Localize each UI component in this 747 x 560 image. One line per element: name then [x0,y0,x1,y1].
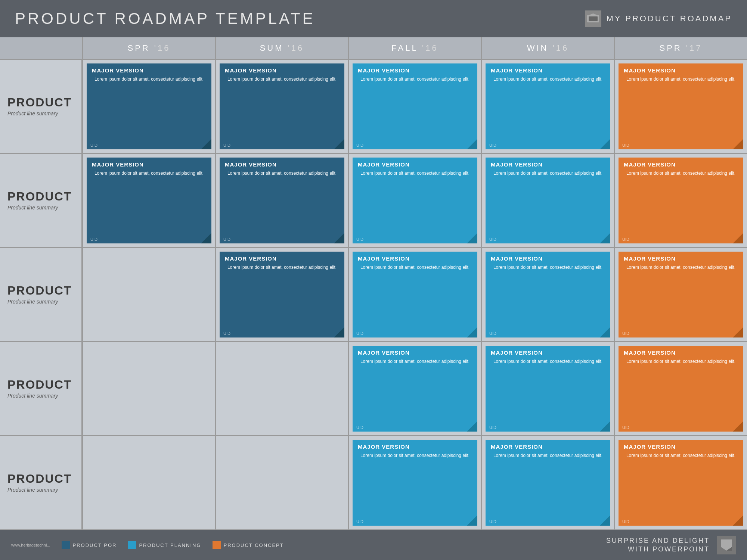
card-title: MAJOR VERSION [225,161,339,168]
svg-marker-2 [589,13,597,15]
card-body: Lorem ipsum dolor sit amet, consectetur … [225,170,339,236]
card-uid: UID [223,331,230,336]
version-card: MAJOR VERSION Lorem ipsum dolor sit amet… [619,158,743,243]
card-title: MAJOR VERSION [491,67,605,74]
col-header-year: '16 [288,43,304,53]
card-corner [733,139,743,149]
card-body: Lorem ipsum dolor sit amet, consectetur … [225,76,339,142]
main-container: PRODUCT ROADMAP TEMPLATE MY PRODUCT ROAD… [0,0,747,560]
version-card: MAJOR VERSION Lorem ipsum dolor sit amet… [619,252,743,337]
card-corner [334,139,344,149]
footer-tagline: SURPRISE AND DELIGHT WITH POWERPOINT [606,536,710,554]
card-uid: UID [356,519,363,524]
card-title: MAJOR VERSION [491,349,605,356]
cell-r2-c1: MAJOR VERSION Lorem ipsum dolor sit amet… [82,154,215,247]
cell-r4-c1 [82,342,215,435]
grid-row-1: PRODUCT Product line summary MAJOR VERSI… [0,60,747,154]
card-body: Lorem ipsum dolor sit amet, consectetur … [358,264,472,330]
grid-row-4: PRODUCT Product line summary MAJOR VERSI… [0,342,747,436]
footer: www.heritagetechni... PRODUCT POR PRODUC… [0,530,747,560]
card-body: Lorem ipsum dolor sit amet, consectetur … [92,170,206,236]
row-label-4: PRODUCT Product line summary [0,342,82,435]
card-uid: UID [489,237,496,242]
card-corner [600,421,610,432]
card-uid: UID [489,425,496,430]
version-card: MAJOR VERSION Lorem ipsum dolor sit amet… [220,63,344,149]
cell-r2-c4: MAJOR VERSION Lorem ipsum dolor sit amet… [481,154,614,247]
cell-r3-c1 [82,248,215,341]
cell-r1-c2: MAJOR VERSION Lorem ipsum dolor sit amet… [215,60,348,153]
footer-brand: www.heritagetechni... [11,543,50,547]
card-title: MAJOR VERSION [92,161,206,168]
cell-r3-c3: MAJOR VERSION Lorem ipsum dolor sit amet… [348,248,481,341]
card-corner [467,139,477,149]
row-label-title: PRODUCT [7,473,74,485]
version-card: MAJOR VERSION Lorem ipsum dolor sit amet… [353,440,477,526]
card-corner [334,327,344,337]
card-body: Lorem ipsum dolor sit amet, consectetur … [491,452,605,518]
legend-swatch-concept [213,541,221,549]
card-body: Lorem ipsum dolor sit amet, consectetur … [358,358,472,424]
row-label-subtitle: Product line summary [7,111,74,116]
version-card: MAJOR VERSION Lorem ipsum dolor sit amet… [353,252,477,337]
row-label-title: PRODUCT [7,284,74,296]
cell-r4-c3: MAJOR VERSION Lorem ipsum dolor sit amet… [348,342,481,435]
card-body: Lorem ipsum dolor sit amet, consectetur … [624,358,738,424]
card-body: Lorem ipsum dolor sit amet, consectetur … [491,358,605,424]
card-uid: UID [622,425,629,430]
card-body: Lorem ipsum dolor sit amet, consectetur … [624,76,738,142]
card-uid: UID [223,237,230,242]
footer-right: SURPRISE AND DELIGHT WITH POWERPOINT [606,536,736,554]
cell-r1-c3: MAJOR VERSION Lorem ipsum dolor sit amet… [348,60,481,153]
legend-item-concept: PRODUCT CONCEPT [213,541,284,549]
card-uid: UID [356,237,363,242]
row-label-subtitle: Product line summary [7,487,74,493]
powerpoint-icon [717,536,736,554]
version-card: MAJOR VERSION Lorem ipsum dolor sit amet… [486,346,610,432]
cell-r3-c4: MAJOR VERSION Lorem ipsum dolor sit amet… [481,248,614,341]
card-corner [733,327,743,337]
cell-r1-c5: MAJOR VERSION Lorem ipsum dolor sit amet… [614,60,747,153]
card-body: Lorem ipsum dolor sit amet, consectetur … [358,170,472,236]
cell-r3-c2: MAJOR VERSION Lorem ipsum dolor sit amet… [215,248,348,341]
card-corner [467,327,477,337]
version-card: MAJOR VERSION Lorem ipsum dolor sit amet… [486,63,610,149]
col-header-spr17: SPR '17 [614,37,747,59]
grid-row-5: PRODUCT Product line summary MAJOR VERSI… [0,436,747,530]
legend-swatch-por [62,541,70,549]
version-card: MAJOR VERSION Lorem ipsum dolor sit amet… [619,440,743,526]
footer-tagline-line2: WITH POWERPOINT [628,545,710,553]
cell-r4-c5: MAJOR VERSION Lorem ipsum dolor sit amet… [614,342,747,435]
card-title: MAJOR VERSION [624,349,738,356]
brand-text: MY PRODUCT ROADMAP [607,14,732,24]
card-body: Lorem ipsum dolor sit amet, consectetur … [624,264,738,330]
row-label-2: PRODUCT Product line summary [0,154,82,247]
card-title: MAJOR VERSION [624,444,738,450]
row-label-title: PRODUCT [7,190,74,202]
card-uid: UID [90,237,97,242]
version-card: MAJOR VERSION Lorem ipsum dolor sit amet… [486,252,610,337]
card-uid: UID [356,143,363,147]
version-card: MAJOR VERSION Lorem ipsum dolor sit amet… [220,158,344,243]
card-uid: UID [90,143,97,147]
card-corner [600,327,610,337]
cell-r1-c4: MAJOR VERSION Lorem ipsum dolor sit amet… [481,60,614,153]
legend-label-por: PRODUCT POR [73,542,117,548]
cell-r1-c1: MAJOR VERSION Lorem ipsum dolor sit amet… [82,60,215,153]
card-uid: UID [622,519,629,524]
card-corner [467,421,477,432]
card-body: Lorem ipsum dolor sit amet, consectetur … [624,170,738,236]
grid-body: PRODUCT Product line summary MAJOR VERSI… [0,60,747,530]
card-corner [600,139,610,149]
cell-r5-c4: MAJOR VERSION Lorem ipsum dolor sit amet… [481,436,614,529]
card-body: Lorem ipsum dolor sit amet, consectetur … [491,170,605,236]
cell-r5-c3: MAJOR VERSION Lorem ipsum dolor sit amet… [348,436,481,529]
column-headers: SPR '16 SUM '16 FALL '16 WIN '16 SPR '17 [0,37,747,60]
col-header-label: WIN [527,43,553,53]
col-label-spacer [0,37,82,59]
row-label-title: PRODUCT [7,96,74,108]
card-uid: UID [223,143,230,147]
row-label-subtitle: Product line summary [7,299,74,305]
cell-r4-c4: MAJOR VERSION Lorem ipsum dolor sit amet… [481,342,614,435]
card-title: MAJOR VERSION [358,255,472,262]
